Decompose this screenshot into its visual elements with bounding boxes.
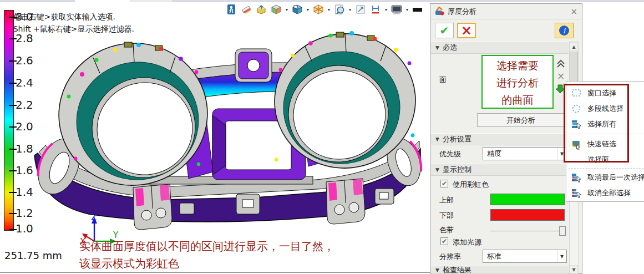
close-icon[interactable]: ×: [570, 7, 577, 17]
start-analysis-label: 开始分析: [506, 116, 535, 124]
band-label: 色带: [439, 225, 454, 235]
section-analysis-settings[interactable]: ▼ 分析设置: [431, 133, 569, 145]
dialog-title: 厚度分析: [448, 7, 476, 17]
chevron-down-icon[interactable]: ▾: [348, 7, 352, 12]
left-bracket: [133, 184, 172, 230]
fit-view-icon[interactable]: [354, 3, 367, 16]
chevron-down-icon[interactable]: ▾: [285, 7, 289, 12]
face-note-line: 进行分析: [483, 74, 552, 92]
display-monitor-icon[interactable]: [390, 3, 403, 16]
annotation-note-line2: 该显示模式为彩虹色: [79, 256, 179, 271]
collapse-group-icon[interactable]: [556, 59, 566, 69]
menu-item-window-select[interactable]: 窗口选择: [566, 86, 644, 100]
menu-item-label: 多段线选择: [587, 104, 623, 114]
chevron-down-icon[interactable]: ▾: [405, 7, 409, 12]
quick-chain-select-icon: [571, 139, 582, 150]
menu-item-label: 取消最后一次选择: [587, 172, 644, 182]
menu-item-deselect-last[interactable]: 取消最后一次选择: [566, 170, 644, 184]
zoom-document-icon[interactable]: [333, 3, 346, 16]
ribbon-tab-remnant-2: [131, 0, 172, 2]
blank-icon: [571, 154, 582, 165]
measurement-readout: 251.75 mm: [4, 250, 62, 261]
menu-item-label: 快速链选: [587, 139, 616, 149]
menu-item-select-face[interactable]: 选择面: [566, 153, 644, 166]
model-top-tab: [235, 49, 272, 82]
wireframe-cube-icon[interactable]: [312, 3, 325, 16]
menu-item-deselect-all[interactable]: 取消全部选择: [566, 186, 644, 200]
section-required[interactable]: ▼ 必选: [431, 42, 569, 54]
ribbon-tab-remnant: [75, 0, 130, 2]
lower-color-swatch[interactable]: [490, 209, 565, 221]
section-check-results[interactable]: ▼ 检查结果: [431, 266, 569, 274]
chevron-down-icon[interactable]: ▾: [327, 7, 331, 12]
clear-selection-icon[interactable]: ×: [557, 70, 565, 82]
scroll-up-icon[interactable]: ▲: [570, 42, 578, 50]
section-check-results-label: 检查结果: [443, 265, 471, 274]
section-display-control-label: 显示控制: [443, 165, 471, 175]
edit-display-cube-icon[interactable]: [291, 3, 304, 16]
menu-item-polyline-select[interactable]: 多段线选择: [566, 102, 644, 115]
right-bracket: [326, 179, 365, 224]
check-icon: ✔: [440, 24, 449, 37]
dialog-titlebar[interactable]: 厚度分析 ×: [430, 4, 582, 19]
priority-label: 优先级: [439, 149, 461, 159]
resolution-value: 标准: [487, 251, 501, 261]
eraser-icon[interactable]: [240, 3, 253, 16]
deselect-all-icon: [571, 187, 582, 199]
polyline-select-icon: [571, 103, 582, 114]
triad-z-label: Z: [91, 214, 97, 222]
band-slider-handle[interactable]: [559, 226, 566, 236]
show-hide-icon[interactable]: [255, 3, 268, 16]
red-x-icon: ×: [461, 25, 472, 36]
priority-dropdown[interactable]: 精度 ▼: [483, 147, 567, 160]
menu-separator: [569, 168, 644, 169]
priority-value: 精度: [487, 149, 501, 159]
menu-item-label: 选择所有: [587, 119, 616, 129]
use-rainbow-checkbox[interactable]: ✔: [440, 180, 448, 187]
colorbar-tick: [9, 17, 17, 18]
section-required-label: 必选: [443, 43, 457, 53]
upper-color-swatch[interactable]: [490, 194, 565, 205]
section-collapse-icon: ▼: [435, 267, 439, 273]
application-window: ▾ ▾ ▾ ▾ ▾ ▾ <单击右键>获取实体输入选项. <Shift +鼠标右键…: [0, 0, 644, 274]
resolution-dropdown[interactable]: 标准 ▼: [483, 250, 567, 263]
start-analysis-button[interactable]: 开始分析: [477, 113, 565, 127]
measure-distance-icon[interactable]: [369, 3, 382, 16]
section-collapse-icon: ▼: [435, 45, 439, 50]
window-select-icon: [571, 88, 582, 99]
info-icon: i: [559, 26, 569, 35]
chevron-down-icon[interactable]: ▾: [306, 7, 310, 12]
black-dash-icon[interactable]: [411, 3, 424, 16]
cancel-button[interactable]: ×: [457, 23, 476, 38]
deselect-last-icon: [571, 172, 582, 183]
face-note-line: 的曲面: [483, 92, 552, 109]
annotation-note-line1: 实体曲面厚度值以不同的区间进行显示，一目了然，: [79, 239, 334, 254]
color-cube-icon[interactable]: [270, 3, 283, 16]
add-light-checkbox[interactable]: ✔: [440, 237, 448, 245]
exit-icon[interactable]: [225, 3, 238, 16]
menu-item-label: 窗口选择: [587, 88, 616, 98]
use-rainbow-label: 使用彩虹色: [453, 180, 489, 190]
scroll-down-icon[interactable]: ▼: [570, 265, 578, 273]
resolution-label: 分辨率: [439, 252, 461, 262]
section-display-control[interactable]: ▼ 显示控制: [431, 164, 569, 176]
green-dropdown-arrow-icon[interactable]: [555, 84, 566, 94]
ok-button[interactable]: ✔: [435, 23, 454, 38]
chevron-down-icon[interactable]: ▾: [384, 7, 388, 12]
face-label: 面: [439, 75, 447, 85]
thickness-analysis-icon: [435, 7, 444, 16]
colorbar-label: 3.0: [16, 10, 33, 23]
chevron-down-icon: ▼: [557, 250, 566, 262]
band-slider-track[interactable]: [490, 231, 566, 231]
menu-item-quick-chain-select[interactable]: 快速链选: [566, 137, 644, 151]
menu-separator: [569, 134, 644, 134]
menu-item-label: 取消全部选择: [587, 188, 631, 198]
section-collapse-icon: ▼: [435, 167, 439, 172]
view-toolbar: ▾ ▾ ▾ ▾ ▾ ▾: [225, 2, 424, 17]
info-button[interactable]: i: [555, 23, 574, 38]
chevron-down-icon: ▼: [557, 148, 566, 160]
select-all-icon: [571, 119, 582, 130]
thickness-colorbar: [4, 10, 14, 231]
menu-item-select-all[interactable]: 选择所有: [566, 117, 644, 131]
selection-context-menu: 窗口选择 多段线选择 选择所有 快速链选 选择面: [566, 81, 644, 202]
